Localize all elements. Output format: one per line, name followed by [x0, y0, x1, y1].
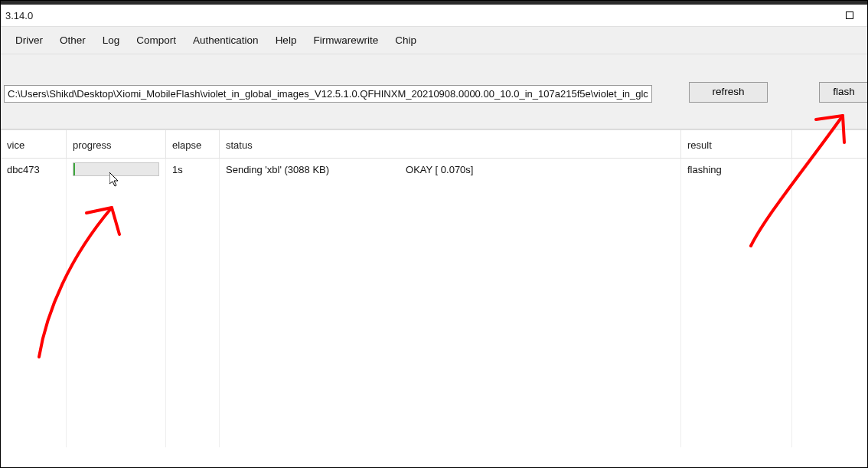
column-headers: vice progress elapse status result — [1, 129, 867, 159]
titlebar[interactable]: 3.14.0 — [1, 5, 867, 26]
menu-chip[interactable]: Chip — [387, 31, 425, 50]
menu-authentication[interactable]: Authentication — [184, 31, 267, 50]
header-elapse[interactable]: elapse — [166, 130, 220, 158]
menu-firmwarewrite[interactable]: Firmwarewrite — [305, 31, 387, 50]
refresh-button[interactable]: refresh — [689, 82, 768, 103]
window-title: 3.14.0 — [5, 10, 33, 21]
path-input[interactable] — [4, 85, 652, 103]
annotation-arrow-progress — [31, 196, 131, 365]
status-okay: OKAY [ 0.070s] — [406, 164, 473, 175]
maximize-icon — [846, 11, 853, 19]
header-device[interactable]: vice — [1, 130, 67, 158]
flash-button[interactable]: flash — [819, 82, 868, 103]
cell-progress — [67, 159, 166, 180]
minimize-button[interactable] — [797, 5, 832, 26]
cell-elapse: 1s — [166, 159, 220, 180]
header-status[interactable]: status — [220, 130, 681, 158]
progress-bar — [73, 162, 159, 176]
progress-fill — [73, 163, 75, 175]
vertical-gridlines — [1, 159, 867, 447]
window-controls — [797, 5, 867, 26]
menu-other[interactable]: Other — [51, 31, 94, 50]
cell-device: dbc473 — [1, 159, 67, 180]
header-result[interactable]: result — [681, 130, 792, 158]
menu-driver[interactable]: Driver — [7, 31, 51, 50]
cell-status: Sending 'xbl' (3088 KB) OKAY [ 0.070s] — [220, 159, 681, 180]
table-row[interactable]: dbc473 1s Sending 'xbl' (3088 KB) OKAY [… — [1, 159, 867, 180]
cell-result: flashing — [681, 159, 792, 180]
menubar: Driver Other Log Comport Authentication … — [1, 26, 867, 54]
status-sending: Sending 'xbl' (3088 KB) — [226, 164, 329, 175]
menu-comport[interactable]: Comport — [128, 31, 184, 50]
header-progress[interactable]: progress — [67, 130, 166, 158]
menu-log[interactable]: Log — [94, 31, 129, 50]
maximize-button[interactable] — [832, 5, 867, 26]
header-last — [792, 130, 867, 158]
menu-help[interactable]: Help — [267, 31, 305, 50]
toolbar: refresh flash — [1, 54, 867, 129]
